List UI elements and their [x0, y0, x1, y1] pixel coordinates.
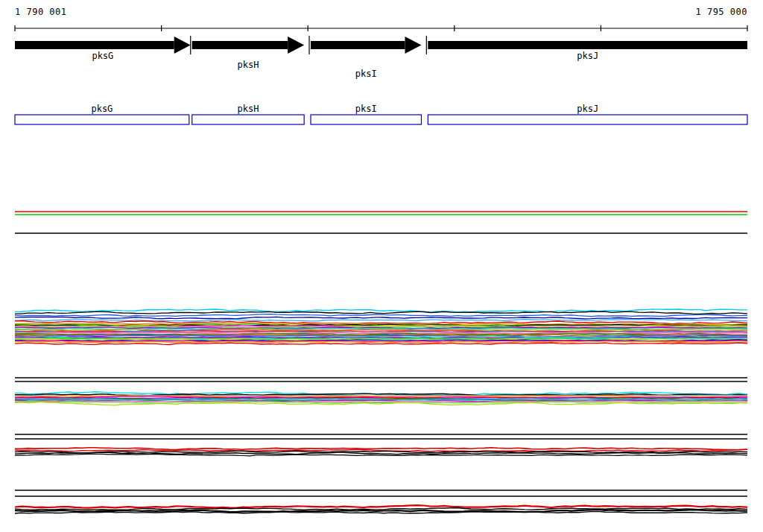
gene-label-pksH: pksH	[237, 60, 259, 70]
expression-band-1-series-3	[15, 317, 747, 319]
gene-box-pksH[interactable]	[192, 115, 304, 124]
gene-box-label-pksG: pksG	[91, 104, 113, 114]
tracks-canvas: pksGpksHpksIpksJpksGpksHpksIpksJ	[0, 0, 763, 532]
gene-arrow-body-pksJ[interactable]	[428, 41, 747, 49]
gene-arrowhead-pksI[interactable]	[405, 37, 421, 54]
gene-box-pksG[interactable]	[15, 115, 189, 124]
gene-box-pksJ[interactable]	[428, 115, 747, 124]
gene-label-pksI: pksI	[355, 69, 377, 79]
expression-band-4-series-1	[15, 508, 747, 510]
expression-band-1-series-1	[15, 311, 747, 314]
gene-arrow-body-pksH[interactable]	[192, 41, 288, 49]
gene-arrow-body-pksG[interactable]	[15, 41, 174, 49]
gene-box-label-pksI: pksI	[355, 104, 377, 114]
gene-label-pksG: pksG	[92, 51, 113, 61]
gene-arrow-body-pksI[interactable]	[311, 41, 405, 49]
genome-browser-view: 1 790 001 1 795 000 pksGpksHpksIpksJpksG…	[0, 0, 763, 532]
expression-band-4-series-0	[15, 505, 747, 508]
gene-box-label-pksJ: pksJ	[577, 104, 598, 114]
expression-band-1-series-2	[15, 314, 747, 317]
gene-label-pksJ: pksJ	[577, 51, 598, 61]
expression-band-4-series-3	[15, 511, 747, 513]
expression-band-1-series-5	[15, 321, 747, 324]
gene-box-label-pksH: pksH	[237, 104, 259, 114]
gene-arrowhead-pksG[interactable]	[174, 37, 191, 54]
gene-arrowhead-pksH[interactable]	[288, 37, 304, 54]
expression-band-1-series-0	[15, 309, 747, 312]
expression-band-1-series-4	[15, 320, 747, 321]
gene-box-pksI[interactable]	[311, 115, 421, 124]
expression-band-1-series-32	[15, 343, 747, 345]
expression-band-3-series-0	[15, 448, 747, 450]
